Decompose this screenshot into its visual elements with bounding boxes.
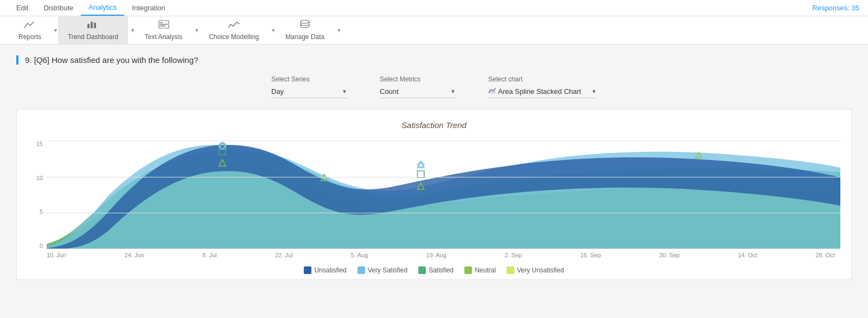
x-label-jul22: 22. Jul [275,252,292,258]
svg-rect-0 [87,24,90,28]
series-select[interactable]: Day ▼ [271,85,347,98]
top-navigation: Edit Distribute Analytics Integration Re… [0,0,868,16]
chart-type-label: Select chart [488,75,522,83]
trend-dashboard-arrow[interactable]: ▼ [130,28,135,33]
series-control: Select Series Day ▼ [271,75,347,98]
legend-color-satisfied [418,266,426,274]
x-label-sep30: 30. Sep [659,252,680,258]
sub-nav-text-analysis[interactable]: Text Analysis [135,16,192,44]
svg-rect-6 [160,26,165,27]
legend-color-neutral [464,266,472,274]
x-label-sep16: 16. Sep [580,252,601,258]
chart-type-icon [488,87,496,96]
legend-label-very-unsatisfied: Very Unsatisfied [517,266,564,274]
main-content: 9. [Q6] How satisfied are you with the f… [0,44,868,316]
metrics-label: Select Metrics [380,75,420,83]
legend-label-very-satisfied: Very Satisfied [368,266,407,274]
series-label: Select Series [271,75,310,83]
sub-nav-group-reports: Reports ▼ [9,16,58,44]
x-label-oct28: 28. Oct [815,252,834,258]
sub-nav-reports[interactable]: Reports [9,16,51,44]
controls-row: Select Series Day ▼ Select Metrics Count… [16,75,852,98]
chart-type-select[interactable]: Area Spline Stacked Chart ▼ [488,85,597,98]
reports-icon [24,20,36,32]
y-label-5: 5 [28,208,43,215]
x-label-jun24: 24. Jun [125,252,144,258]
series-value: Day [271,87,284,96]
chart-title: Satisfaction Trend [28,120,840,130]
nav-distribute[interactable]: Distribute [36,1,81,15]
nav-integration[interactable]: Integration [124,1,173,15]
text-analysis-arrow[interactable]: ▼ [194,28,199,33]
nav-edit[interactable]: Edit [9,1,36,15]
legend-item-very-satisfied: Very Satisfied [358,266,407,274]
sub-nav-group-text: Text Analysis ▼ [135,16,199,44]
legend-label-unsatisfied: Unsatisfied [314,266,346,274]
text-analysis-icon [158,20,170,32]
x-label-aug19: 19. Aug [426,252,446,258]
legend-item-very-unsatisfied: Very Unsatisfied [507,266,564,274]
legend-label-neutral: Neutral [475,266,496,274]
sub-nav-choice-modelling[interactable]: Choice Modelling [199,16,269,44]
chart-type-value: Area Spline Stacked Chart [498,87,581,96]
y-label-0: 0 [28,243,43,249]
legend-item-neutral: Neutral [464,266,496,274]
sub-nav-group-choice: Choice Modelling ▼ [199,16,276,44]
manage-data-arrow[interactable]: ▼ [336,28,341,33]
legend-label-satisfied: Satisfied [429,266,454,274]
trend-dashboard-icon [87,20,99,32]
y-label-15: 15 [28,141,43,147]
sub-nav-manage-data[interactable]: Manage Data [276,16,334,44]
chart-container: Satisfaction Trend 0 5 10 15 [16,109,852,280]
svg-rect-5 [160,24,168,25]
x-label-jun10: 10. Jun [47,252,66,258]
x-label-sep2: 2. Sep [505,252,522,258]
responses-count: Responses: 35 [812,4,859,12]
x-label-oct14: 14. Oct [738,252,757,258]
metrics-arrow: ▼ [450,88,456,94]
sub-navigation: Reports ▼ Trend Dashboard ▼ Text Analysi… [0,16,868,44]
sub-nav-group-trend: Trend Dashboard ▼ [58,16,135,44]
nav-analytics[interactable]: Analytics [81,0,124,16]
svg-rect-1 [91,22,93,28]
legend-color-unsatisfied [304,266,311,274]
legend-item-satisfied: Satisfied [418,266,454,274]
legend-color-very-unsatisfied [507,266,514,274]
svg-point-7 [301,20,309,23]
question-title: 9. [Q6] How satisfied are you with the f… [16,55,852,65]
choice-modelling-arrow[interactable]: ▼ [271,28,276,33]
series-arrow: ▼ [342,88,347,94]
sub-nav-trend-dashboard[interactable]: Trend Dashboard [58,16,128,44]
metrics-value: Count [380,87,399,96]
chart-type-arrow: ▼ [591,88,597,94]
x-label-jul8: 8. Jul [202,252,216,258]
sub-nav-group-manage: Manage Data ▼ [276,16,341,44]
y-label-10: 10 [28,175,43,181]
choice-modelling-icon [228,20,240,32]
legend-item-unsatisfied: Unsatisfied [304,266,346,274]
svg-rect-2 [94,23,96,28]
chart-legend: Unsatisfied Very Satisfied Satisfied Neu… [28,266,840,274]
manage-data-icon [299,20,311,32]
metrics-control: Select Metrics Count ▼ [380,75,456,98]
x-label-aug5: 5. Aug [351,252,368,258]
legend-color-very-satisfied [358,266,365,274]
metrics-select[interactable]: Count ▼ [380,85,456,98]
chart-type-control: Select chart Area Spline Stacked Chart ▼ [488,75,597,98]
svg-rect-4 [160,22,163,23]
reports-arrow[interactable]: ▼ [53,28,58,33]
